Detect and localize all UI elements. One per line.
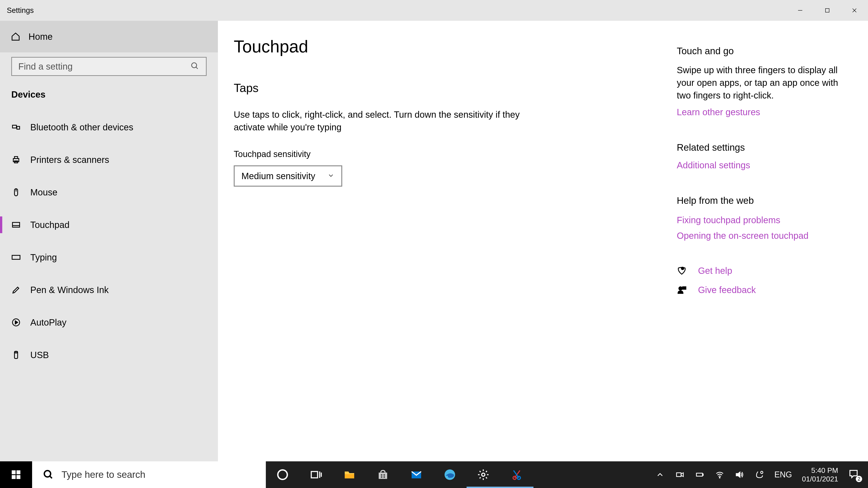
notification-badge: 2 [856, 476, 862, 482]
svg-rect-37 [345, 474, 354, 479]
svg-rect-38 [381, 474, 382, 476]
svg-marker-50 [681, 473, 683, 477]
svg-rect-23 [16, 351, 17, 353]
taskbar-search-placeholder: Type here to search [61, 469, 145, 480]
search-wrap [0, 53, 218, 83]
svg-rect-13 [12, 223, 20, 227]
onscreen-touchpad-link[interactable]: Opening the on-screen touchpad [677, 231, 852, 241]
mail-icon[interactable] [400, 461, 433, 488]
additional-settings-link[interactable]: Additional settings [677, 160, 852, 170]
windows-icon [11, 469, 21, 480]
meet-now-icon[interactable] [675, 470, 685, 480]
aside-title: Help from the web [677, 195, 852, 206]
taskbar-search[interactable]: Type here to search [32, 461, 266, 488]
notifications-icon[interactable]: 2 [848, 468, 861, 481]
help-icon [677, 266, 687, 276]
sidebar: Home Devices Bluetooth & other devices P… [0, 21, 218, 488]
svg-rect-39 [383, 474, 385, 476]
language-indicator[interactable]: ENG [774, 470, 792, 480]
svg-point-25 [679, 287, 682, 290]
svg-rect-34 [311, 471, 318, 478]
svg-rect-6 [12, 125, 17, 128]
svg-rect-15 [12, 255, 20, 259]
get-help-row[interactable]: Get help [677, 266, 852, 276]
svg-rect-51 [696, 473, 703, 476]
sensitivity-label: Touchpad sensitivity [234, 149, 661, 159]
usb-icon [11, 350, 21, 360]
volume-icon[interactable] [735, 470, 745, 480]
minimize-button[interactable] [786, 0, 814, 21]
bluetooth-icon [11, 122, 21, 132]
svg-rect-40 [381, 476, 382, 478]
svg-rect-1 [826, 8, 829, 12]
edge-icon[interactable] [433, 461, 467, 488]
taskbar: Type here to search ENG 5:40 PM 01/01/20… [0, 461, 868, 488]
sidebar-item-bluetooth[interactable]: Bluetooth & other devices [0, 111, 218, 143]
printer-icon [11, 155, 21, 165]
svg-rect-9 [14, 157, 18, 159]
give-feedback-row[interactable]: Give feedback [677, 285, 852, 295]
sidebar-item-pen[interactable]: Pen & Windows Ink [0, 273, 218, 306]
svg-rect-41 [383, 476, 385, 478]
related-settings-section: Related settings Additional settings [677, 142, 852, 170]
sidebar-item-usb[interactable]: USB [0, 339, 218, 371]
tray-chevron-icon[interactable] [655, 470, 665, 480]
sidebar-item-autoplay[interactable]: AutoPlay [0, 306, 218, 339]
content-area: Touchpad Taps Use taps to click, right-c… [218, 21, 868, 488]
search-box[interactable] [11, 57, 207, 76]
svg-line-32 [50, 476, 52, 478]
battery-icon[interactable] [695, 470, 705, 480]
sensitivity-dropdown[interactable]: Medium sensitivity [234, 165, 342, 187]
settings-icon[interactable] [467, 461, 500, 488]
category-label: Devices [0, 83, 218, 111]
tray-app-icon[interactable] [754, 470, 765, 480]
window-title: Settings [0, 6, 34, 15]
svg-point-24 [681, 267, 684, 269]
clock-date: 01/01/2021 [802, 475, 838, 483]
search-icon [191, 62, 199, 71]
section-desc: Use taps to click, right-click, and sele… [234, 108, 537, 133]
help-web-section: Help from the web Fixing touchpad proble… [677, 195, 852, 241]
system-tray: ENG 5:40 PM 01/01/2021 2 [655, 461, 868, 488]
cortana-icon[interactable] [266, 461, 299, 488]
svg-rect-52 [702, 474, 703, 476]
svg-rect-30 [17, 475, 20, 479]
svg-rect-7 [17, 127, 20, 129]
home-label: Home [29, 32, 53, 42]
chevron-down-icon [327, 171, 335, 181]
fixing-touchpad-link[interactable]: Fixing touchpad problems [677, 215, 852, 225]
sidebar-item-label: Typing [30, 252, 57, 263]
svg-rect-26 [683, 287, 686, 289]
snip-icon[interactable] [500, 461, 533, 488]
touch-and-go-section: Touch and go Swipe up with three fingers… [677, 46, 852, 117]
page-title: Touchpad [234, 37, 661, 56]
titlebar: Settings [0, 0, 868, 21]
touchpad-icon [11, 220, 21, 230]
wifi-icon[interactable] [715, 470, 725, 480]
svg-line-5 [196, 67, 198, 69]
give-feedback-label: Give feedback [698, 285, 756, 295]
sidebar-item-mouse[interactable]: Mouse [0, 176, 218, 208]
keyboard-icon [11, 252, 21, 263]
dropdown-value: Medium sensitivity [241, 171, 315, 181]
svg-point-4 [192, 63, 197, 68]
clock[interactable]: 5:40 PM 01/01/2021 [802, 466, 838, 484]
svg-point-55 [761, 471, 763, 474]
learn-gestures-link[interactable]: Learn other gestures [677, 107, 852, 117]
close-button[interactable] [841, 0, 868, 21]
sidebar-item-printers[interactable]: Printers & scanners [0, 143, 218, 176]
home-icon [11, 32, 20, 41]
start-button[interactable] [0, 461, 32, 488]
sidebar-item-home[interactable]: Home [0, 21, 218, 53]
sidebar-item-touchpad[interactable]: Touchpad [0, 208, 218, 241]
sidebar-item-typing[interactable]: Typing [0, 241, 218, 273]
file-explorer-icon[interactable] [333, 461, 366, 488]
maximize-button[interactable] [814, 0, 841, 21]
task-view-icon[interactable] [299, 461, 333, 488]
aside-title: Touch and go [677, 46, 852, 57]
sidebar-item-label: Touchpad [30, 220, 69, 230]
taskbar-icons [266, 461, 533, 488]
store-icon[interactable] [366, 461, 400, 488]
search-input[interactable] [12, 61, 206, 72]
svg-rect-27 [12, 470, 16, 474]
